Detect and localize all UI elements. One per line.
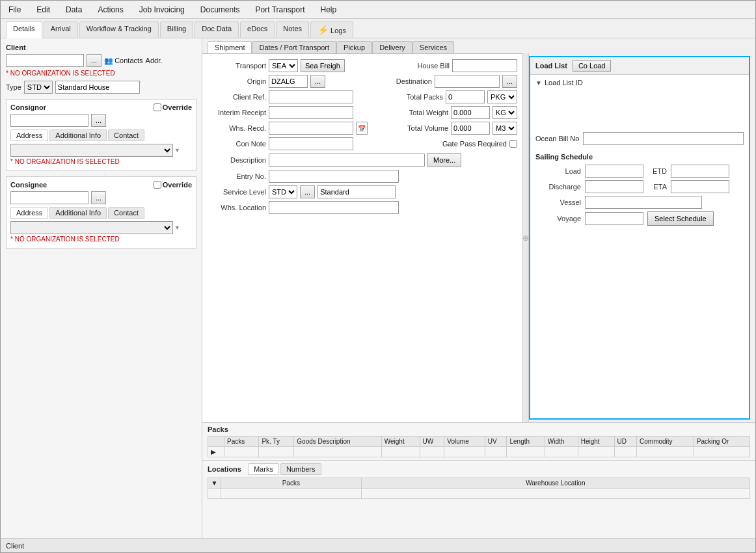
tab-arrival[interactable]: Arrival — [44, 21, 78, 38]
consignee-addr-select[interactable] — [10, 221, 173, 234]
client-browse-btn[interactable]: ... — [87, 54, 101, 67]
menubar: File Edit Data Actions Job Invoicing Doc… — [1, 1, 755, 19]
service-level-select[interactable]: STD — [269, 185, 297, 198]
menu-file[interactable]: File — [6, 4, 23, 16]
consignor-browse-btn[interactable]: ... — [91, 114, 106, 127]
menu-port-transport[interactable]: Port Transport — [253, 4, 308, 16]
type-label: Type — [6, 83, 21, 91]
consignor-tab-additional[interactable]: Additional Info — [49, 129, 107, 141]
consignor-tab-address[interactable]: Address — [10, 129, 48, 141]
resize-handle[interactable]: ⊕ — [522, 53, 529, 422]
consignor-addr-row: ▼ * NO ORGANIZATION IS SELECTED — [10, 144, 192, 165]
menu-data[interactable]: Data — [63, 4, 85, 16]
calendar-btn[interactable]: 📅 — [356, 122, 368, 135]
consignor-input[interactable] — [10, 114, 88, 127]
packs-col-weight: Weight — [381, 437, 420, 447]
destination-browse-btn[interactable]: ... — [502, 75, 517, 88]
more-btn[interactable]: More... — [427, 153, 461, 167]
menu-help[interactable]: Help — [318, 4, 340, 16]
ocean-bill-input[interactable] — [583, 132, 744, 145]
main-window: File Edit Data Actions Job Invoicing Doc… — [0, 0, 756, 553]
client-input[interactable] — [6, 54, 84, 67]
house-bill-input[interactable] — [452, 59, 517, 72]
house-bill-label: House Bill — [404, 62, 450, 70]
sea-freigh-btn[interactable]: Sea Freigh — [301, 59, 345, 72]
vessel-label: Vessel — [535, 198, 581, 206]
tab-notes[interactable]: Notes — [276, 21, 309, 38]
total-weight-input[interactable] — [451, 106, 490, 119]
co-load-btn[interactable]: Co Load — [573, 60, 612, 72]
origin-browse-btn[interactable]: ... — [310, 75, 325, 88]
whs-recd-input[interactable] — [269, 122, 353, 135]
con-note-row: Con Note Gate Pass Required — [208, 137, 517, 150]
eta-input[interactable] — [671, 180, 729, 193]
contacts-btn[interactable]: 👥 Contacts — [104, 57, 142, 65]
consignee-tab-address[interactable]: Address — [10, 207, 48, 219]
shipment-tab-pickup[interactable]: Pickup — [336, 41, 372, 53]
packs-cell — [444, 447, 485, 457]
tab-workflow[interactable]: Workflow & Tracking — [79, 21, 159, 38]
tab-billing[interactable]: Billing — [160, 21, 193, 38]
loc-tab-numbers[interactable]: Numbers — [280, 463, 321, 475]
total-volume-unit[interactable]: M3 — [493, 122, 517, 135]
consignor-addr-select[interactable] — [10, 144, 173, 157]
consignee-override-text: Override — [163, 181, 192, 189]
whs-location-input[interactable] — [269, 201, 399, 214]
packs-title: Packs — [208, 425, 750, 433]
shipment-content: Transport SEA Sea Freigh House Bill Orig… — [202, 53, 755, 422]
etd-input[interactable] — [671, 165, 729, 178]
menu-edit[interactable]: Edit — [34, 4, 53, 16]
addr-btn[interactable]: Addr. — [146, 57, 163, 64]
loc-tab-marks[interactable]: Marks — [248, 463, 279, 475]
tab-doc-data[interactable]: Doc Data — [195, 21, 239, 38]
shipment-tab-shipment[interactable]: Shipment — [208, 41, 252, 53]
voyage-input[interactable] — [585, 212, 643, 225]
consignee-tab-contact[interactable]: Contact — [108, 207, 144, 219]
tree-item-label: Load List ID — [545, 79, 583, 87]
tab-edocs[interactable]: eDocs — [240, 21, 275, 38]
client-ref-input[interactable] — [269, 90, 353, 103]
loc-cell — [221, 489, 362, 499]
select-schedule-btn[interactable]: Select Schedule — [647, 211, 714, 226]
origin-input[interactable] — [269, 75, 308, 88]
total-weight-unit[interactable]: KG — [493, 106, 517, 119]
menu-job-invoicing[interactable]: Job Invoicing — [137, 4, 187, 16]
consignor-label: Consignor — [10, 103, 46, 111]
tab-details[interactable]: Details — [6, 21, 42, 38]
description-input[interactable] — [269, 154, 425, 167]
menu-actions[interactable]: Actions — [95, 4, 126, 16]
transport-select[interactable]: SEA — [269, 59, 298, 72]
discharge-input[interactable] — [585, 180, 643, 193]
tree-item-load-list[interactable]: ▼ Load List ID — [535, 77, 744, 88]
packs-cell — [420, 447, 444, 457]
service-level-desc-input[interactable] — [317, 185, 396, 198]
service-level-browse-btn[interactable]: ... — [300, 185, 315, 198]
consignor-tab-contact[interactable]: Contact — [108, 129, 144, 141]
entry-no-input[interactable] — [269, 170, 399, 183]
consignee-tab-additional[interactable]: Additional Info — [49, 207, 107, 219]
shipment-tab-services[interactable]: Services — [412, 41, 454, 53]
total-volume-input[interactable] — [451, 122, 490, 135]
consignor-override-cb[interactable] — [154, 103, 161, 111]
interim-receipt-input[interactable] — [269, 106, 353, 119]
total-packs-input[interactable] — [446, 90, 485, 103]
type-select[interactable]: STD — [24, 81, 53, 94]
menu-documents[interactable]: Documents — [198, 4, 243, 16]
consignee-input[interactable] — [10, 191, 88, 204]
con-note-input[interactable] — [269, 137, 353, 150]
shipment-tab-delivery[interactable]: Delivery — [372, 41, 412, 53]
packs-cell — [381, 447, 420, 457]
load-input[interactable] — [585, 165, 643, 178]
type-desc-input[interactable] — [55, 81, 140, 94]
locations-tabs-row: Locations Marks Numbers — [208, 463, 750, 475]
total-packs-unit[interactable]: PKG — [487, 90, 517, 103]
consignee-override-cb[interactable] — [154, 181, 161, 189]
packs-cell — [545, 447, 578, 457]
tab-logs[interactable]: ⚡ Logs — [310, 21, 353, 38]
gate-pass-cb[interactable] — [509, 140, 517, 148]
consignee-browse-btn[interactable]: ... — [91, 191, 106, 204]
shipment-tab-dates[interactable]: Dates / Port Transport — [252, 41, 336, 53]
destination-input[interactable] — [435, 75, 500, 88]
gate-pass-label: Gate Pass Required — [442, 140, 507, 148]
vessel-input[interactable] — [585, 196, 702, 209]
